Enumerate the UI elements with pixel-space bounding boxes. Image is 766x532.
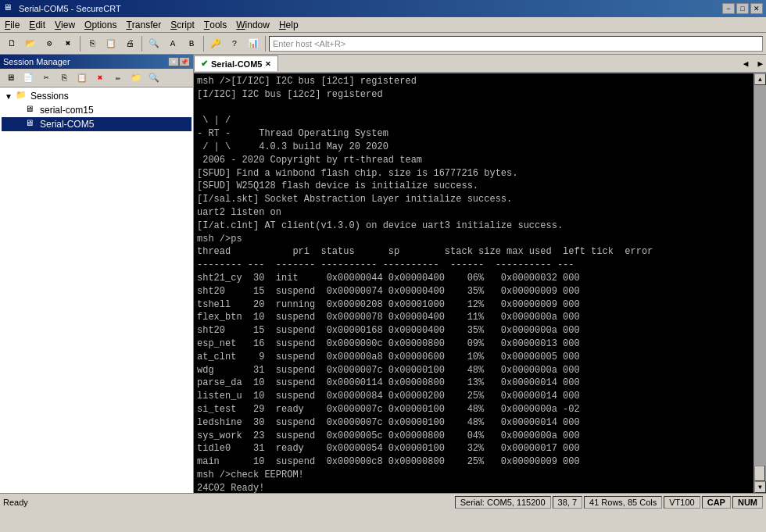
status-ready: Ready bbox=[3, 498, 453, 507]
menu-edit[interactable]: Edit bbox=[24, 17, 50, 32]
sidebar-pin-button[interactable]: 📌 bbox=[179, 57, 190, 66]
menu-options[interactable]: Options bbox=[80, 17, 121, 32]
close-button[interactable]: ✕ bbox=[750, 3, 763, 14]
tab-navigation: ◀ ▶ bbox=[740, 59, 766, 69]
menu-bar: File Edit View Options Transfer Script T… bbox=[0, 17, 766, 33]
terminal-wrapper: msh />[I/I2C] I2C bus [i2c1] registered … bbox=[194, 73, 766, 493]
sidebar-header: Session Manager ✕ 📌 bbox=[0, 55, 193, 69]
title-bar: 🖥 Serial-COM5 - SecureCRT − □ ✕ bbox=[0, 0, 766, 17]
minimize-button[interactable]: − bbox=[722, 3, 735, 14]
find-button[interactable]: 🔍 bbox=[145, 35, 163, 52]
sidebar-btn-copy[interactable]: ⎘ bbox=[55, 70, 73, 87]
help-button[interactable]: ? bbox=[226, 35, 243, 52]
toolbar-separator-3 bbox=[203, 36, 204, 52]
menu-script[interactable]: Script bbox=[166, 17, 199, 32]
status-position: 38, 7 bbox=[553, 496, 582, 509]
tab-serial-com5[interactable]: ✔ Serial-COM5 ✕ bbox=[194, 55, 278, 71]
main-area: Session Manager ✕ 📌 🖥 📄 ✂ ⎘ 📋 ✖ ✏ 📁 🔍 ▼ … bbox=[0, 55, 766, 493]
tab-close-button[interactable]: ✕ bbox=[265, 60, 271, 68]
menu-tools[interactable]: Tools bbox=[199, 17, 231, 32]
tab-prev-button[interactable]: ◀ bbox=[740, 59, 752, 69]
terminal-container: ✔ Serial-COM5 ✕ ◀ ▶ msh />[I/I2C] I2C bu… bbox=[194, 55, 766, 493]
sidebar-title: Session Manager bbox=[3, 57, 168, 66]
sessions-expander[interactable]: ▼ bbox=[5, 92, 16, 101]
status-cap: CAP bbox=[702, 496, 731, 509]
copy-button[interactable]: ⎘ bbox=[84, 35, 101, 52]
sidebar-btn-paste[interactable]: 📋 bbox=[73, 70, 91, 87]
session-icon-2: 🖥 bbox=[25, 118, 38, 130]
sidebar-btn-edit[interactable]: ✏ bbox=[109, 70, 127, 87]
session-tree[interactable]: ▼ 📁 Sessions 🖥 serial-com15 🖥 Serial-COM… bbox=[0, 87, 193, 493]
scroll-down-button[interactable]: ▼ bbox=[754, 481, 766, 493]
menu-file[interactable]: File bbox=[0, 17, 24, 32]
tab-label: Serial-COM5 bbox=[211, 59, 262, 69]
tab-bar: ✔ Serial-COM5 ✕ ◀ ▶ bbox=[194, 55, 766, 73]
sidebar-close-button[interactable]: ✕ bbox=[168, 57, 179, 66]
toolbar-btn-b[interactable]: B bbox=[183, 35, 200, 52]
status-num: NUM bbox=[732, 496, 763, 509]
app-icon: 🖥 bbox=[3, 2, 16, 15]
toolbar-separator-4 bbox=[265, 36, 266, 52]
session-icon-1: 🖥 bbox=[25, 104, 38, 116]
session-com15-label: serial-com15 bbox=[40, 105, 94, 116]
sidebar-btn-folder[interactable]: 📁 bbox=[127, 70, 145, 87]
print-button[interactable]: 🖨 bbox=[121, 35, 138, 52]
tree-serial-com15[interactable]: 🖥 serial-com15 bbox=[2, 103, 192, 117]
menu-help[interactable]: Help bbox=[274, 17, 303, 32]
sidebar-btn-new[interactable]: 📄 bbox=[20, 70, 37, 87]
folder-icon: 📁 bbox=[16, 90, 28, 102]
session-com5-label: Serial-COM5 bbox=[40, 119, 94, 130]
sessions-label: Sessions bbox=[30, 91, 69, 102]
session-manager: Session Manager ✕ 📌 🖥 📄 ✂ ⎘ 📋 ✖ ✏ 📁 🔍 ▼ … bbox=[0, 55, 194, 493]
window-title: Serial-COM5 - SecureCRT bbox=[19, 4, 722, 13]
menu-window[interactable]: Window bbox=[231, 17, 274, 32]
address-placeholder: Enter host <Alt+R> bbox=[273, 39, 345, 48]
tree-serial-com5[interactable]: 🖥 Serial-COM5 bbox=[2, 117, 192, 131]
status-bar: Ready Serial: COM5, 115200 38, 7 41 Rows… bbox=[0, 493, 766, 510]
scroll-track[interactable] bbox=[754, 85, 766, 481]
tab-status-icon: ✔ bbox=[201, 59, 208, 69]
key-button[interactable]: 🔑 bbox=[207, 35, 224, 52]
paste-button[interactable]: 📋 bbox=[102, 35, 120, 52]
vertical-scrollbar[interactable]: ▲ ▼ bbox=[753, 73, 766, 493]
scroll-thumb[interactable] bbox=[754, 466, 765, 481]
menu-view[interactable]: View bbox=[50, 17, 80, 32]
sidebar-btn-search[interactable]: 🔍 bbox=[145, 70, 163, 87]
scroll-up-button[interactable]: ▲ bbox=[754, 73, 766, 85]
terminal-output[interactable]: msh />[I/I2C] I2C bus [i2c1] registered … bbox=[194, 73, 753, 493]
toolbar-separator-2 bbox=[141, 36, 142, 52]
open-button[interactable]: 📂 bbox=[22, 35, 39, 52]
toolbar-separator-1 bbox=[80, 36, 81, 52]
tree-sessions-root[interactable]: ▼ 📁 Sessions bbox=[2, 89, 192, 103]
menu-transfer[interactable]: Transfer bbox=[121, 17, 166, 32]
status-encoding: VT100 bbox=[664, 496, 700, 509]
sidebar-btn-delete[interactable]: ✖ bbox=[91, 70, 109, 87]
window-controls: − □ ✕ bbox=[722, 3, 763, 14]
status-serial: Serial: COM5, 115200 bbox=[455, 496, 551, 509]
status-dimensions: 41 Rows, 85 Cols bbox=[584, 496, 662, 509]
disconnect-button[interactable]: ✖ bbox=[59, 35, 77, 52]
toolbar-btn-c[interactable]: 📊 bbox=[245, 35, 262, 52]
sidebar-btn-cut[interactable]: ✂ bbox=[38, 70, 55, 87]
toolbar: 🗋 📂 ⚙ ✖ ⎘ 📋 🖨 🔍 A B 🔑 ? 📊 Enter host <Al… bbox=[0, 33, 766, 55]
sidebar-toolbar: 🖥 📄 ✂ ⎘ 📋 ✖ ✏ 📁 🔍 bbox=[0, 69, 193, 87]
new-session-button[interactable]: 🗋 bbox=[3, 35, 20, 52]
maximize-button[interactable]: □ bbox=[736, 3, 749, 14]
sidebar-btn-connect[interactable]: 🖥 bbox=[2, 70, 19, 87]
tab-next-button[interactable]: ▶ bbox=[754, 59, 766, 69]
toolbar-btn-a[interactable]: A bbox=[164, 35, 181, 52]
toolbar-btn-3[interactable]: ⚙ bbox=[41, 35, 58, 52]
address-bar: Enter host <Alt+R> bbox=[269, 36, 763, 52]
